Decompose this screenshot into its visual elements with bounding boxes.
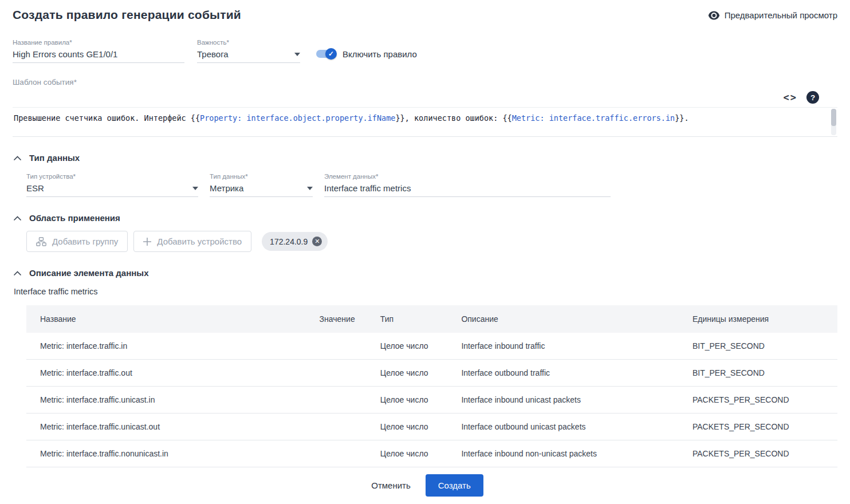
table-cell — [310, 333, 371, 360]
table-cell: Целое число — [371, 333, 452, 360]
col-header-units: Единицы измерения — [683, 305, 837, 333]
table-cell — [310, 414, 371, 440]
table-row: Metric: interface.traffic.outЦелое число… — [26, 360, 837, 387]
device-type-value: ESR — [26, 183, 44, 193]
table-cell: Interface inbound unicast packets — [452, 387, 683, 414]
data-kind-label: Тип данных* — [210, 173, 313, 180]
group-icon — [36, 237, 46, 246]
template-editor-content[interactable]: Превышение счетчика ошибок. Интерфейс {{… — [14, 112, 824, 124]
create-button[interactable]: Создать — [426, 474, 483, 497]
template-text: Превышение счетчика ошибок. Интерфейс {{ — [14, 113, 200, 123]
help-icon[interactable]: ? — [806, 91, 819, 104]
device-type-select[interactable]: ESR — [26, 182, 198, 197]
section-data-type-title: Тип данных — [29, 153, 80, 163]
enable-rule-toggle[interactable]: ✓ — [315, 48, 337, 60]
template-text: }}. — [675, 113, 688, 123]
rule-name-field-wrap: Название правила* — [13, 39, 184, 63]
data-kind-field-wrap: Тип данных* Метрика — [210, 173, 313, 197]
chevron-down-icon — [294, 53, 300, 56]
table-cell: Целое число — [371, 360, 452, 387]
topbar: Создать правило генерации событий Предва… — [13, 8, 837, 22]
data-type-fields-row: Тип устройства* ESR Тип данных* Метрика — [13, 173, 837, 197]
table-cell: Metric: interface.traffic.out — [26, 360, 310, 387]
section-data-type-header[interactable]: Тип данных — [13, 153, 837, 163]
device-type-field-wrap: Тип устройства* ESR — [26, 173, 198, 197]
metrics-table-body: Metric: interface.traffic.inЦелое числоI… — [26, 333, 837, 467]
chevron-up-icon — [14, 156, 21, 160]
enable-rule-wrap: ✓ Включить правило — [315, 48, 417, 63]
data-kind-value: Метрика — [210, 183, 243, 193]
col-header-value: Значение — [310, 305, 371, 333]
eye-icon — [708, 11, 720, 20]
rule-name-input[interactable] — [13, 48, 184, 63]
table-row: Metric: interface.traffic.inЦелое числоI… — [26, 333, 837, 360]
chevron-down-icon — [192, 187, 198, 190]
section-description-title: Описание элемента данных — [29, 268, 148, 278]
severity-field-wrap: Важность* Тревога — [197, 39, 300, 63]
template-token: Property: interface.object.property.ifNa… — [200, 113, 395, 123]
device-chip-label: 172.24.0.9 — [270, 237, 308, 246]
table-cell: Metric: interface.traffic.unicast.out — [26, 414, 310, 440]
rule-name-label: Название правила* — [13, 39, 184, 46]
table-header-row: Название Значение Тип Описание Единицы и… — [26, 305, 837, 333]
section-description-header[interactable]: Описание элемента данных — [13, 268, 837, 278]
add-device-button[interactable]: Добавить устройство — [133, 231, 251, 252]
severity-value: Тревога — [197, 49, 229, 59]
add-group-button[interactable]: Добавить группу — [26, 231, 128, 252]
device-type-label: Тип устройства* — [26, 173, 198, 180]
data-kind-select[interactable]: Метрика — [210, 182, 313, 197]
insert-expression-icon[interactable]: <> — [784, 92, 797, 103]
data-element-field-wrap: Элемент данных* — [324, 173, 611, 197]
table-row: Metric: interface.traffic.unicast.inЦело… — [26, 387, 837, 414]
severity-label: Важность* — [197, 39, 300, 46]
table-cell: Целое число — [371, 440, 452, 467]
table-cell: BIT_PER_SECOND — [683, 360, 837, 387]
preview-button[interactable]: Предварительный просмотр — [708, 10, 837, 20]
data-element-input[interactable] — [324, 182, 611, 197]
add-group-label: Добавить группу — [52, 237, 118, 246]
table-cell — [310, 360, 371, 387]
add-device-label: Добавить устройство — [157, 237, 242, 246]
metrics-table-head: Название Значение Тип Описание Единицы и… — [26, 305, 837, 333]
table-cell: Interface inbound non-unicast packets — [452, 440, 683, 467]
template-editor[interactable]: Превышение счетчика ошибок. Интерфейс {{… — [13, 107, 837, 137]
table-cell: Interface outbound unicast packets — [452, 414, 683, 440]
chevron-up-icon — [14, 216, 21, 220]
table-cell: Metric: interface.traffic.unicast.in — [26, 387, 310, 414]
create-event-rule-page: Создать правило генерации событий Предва… — [0, 0, 850, 504]
section-scope-header[interactable]: Область применения — [13, 213, 837, 223]
template-scrollbar-thumb[interactable] — [831, 109, 836, 126]
table-cell — [310, 387, 371, 414]
section-description: Описание элемента данных Interface traff… — [13, 268, 837, 467]
description-subtitle: Interface traffic metrics — [13, 287, 837, 296]
rule-basics-row: Название правила* Важность* Тревога ✓ Вк… — [13, 39, 837, 63]
chevron-down-icon — [307, 187, 313, 190]
table-cell: Metric: interface.traffic.in — [26, 333, 310, 360]
template-label: Шаблон события* — [13, 78, 837, 86]
cancel-button[interactable]: Отменить — [367, 475, 415, 496]
table-cell: PACKETS_PER_SECOND — [683, 440, 837, 467]
scope-controls-row: Добавить группу Добавить устройство 172.… — [13, 231, 837, 252]
preview-label: Предварительный просмотр — [725, 10, 837, 20]
table-cell: Metric: interface.traffic.nonunicast.in — [26, 440, 310, 467]
table-cell: PACKETS_PER_SECOND — [683, 414, 837, 440]
table-cell: Interface outbound traffic — [452, 360, 683, 387]
toggle-thumb-check-icon: ✓ — [325, 48, 337, 60]
remove-chip-icon[interactable]: ✕ — [312, 237, 322, 246]
footer-actions: Отменить Создать — [13, 474, 837, 502]
page-title: Создать правило генерации событий — [13, 8, 241, 22]
enable-rule-label: Включить правило — [343, 49, 417, 59]
table-row: Metric: interface.traffic.nonunicast.inЦ… — [26, 440, 837, 467]
col-header-type: Тип — [371, 305, 452, 333]
section-data-type: Тип данных Тип устройства* ESR Тип данны… — [13, 153, 837, 197]
template-toolbar: <> ? — [13, 91, 837, 104]
metrics-table: Название Значение Тип Описание Единицы и… — [26, 305, 837, 467]
data-element-label: Элемент данных* — [324, 173, 611, 180]
table-cell: Целое число — [371, 387, 452, 414]
section-scope-title: Область применения — [29, 213, 120, 223]
table-row: Metric: interface.traffic.unicast.outЦел… — [26, 414, 837, 440]
severity-select[interactable]: Тревога — [197, 48, 300, 63]
plus-icon — [143, 238, 151, 246]
section-scope: Область применения Добавить группу Добав… — [13, 213, 837, 252]
table-cell: BIT_PER_SECOND — [683, 333, 837, 360]
